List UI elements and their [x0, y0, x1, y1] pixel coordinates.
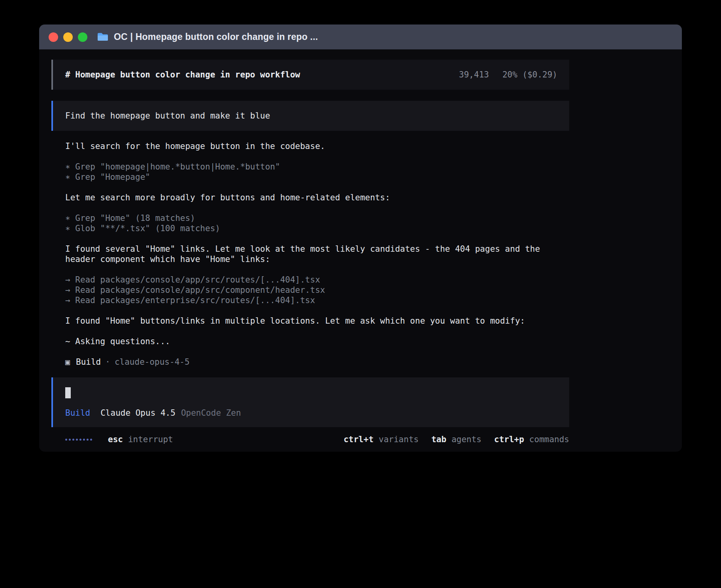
tool-call-glob: ∗ Glob "**/*.tsx" (100 matches) — [65, 223, 569, 234]
shortcut-label: variants — [379, 434, 419, 445]
shortcut-agents: tab agents — [431, 434, 481, 445]
prompt-input[interactable]: Build Claude Opus 4.5 OpenCode Zen — [51, 377, 569, 427]
session-title: # Homepage button color change in repo w… — [65, 70, 300, 80]
esc-key-label: interrupt — [128, 434, 173, 445]
close-button[interactable] — [49, 32, 58, 42]
shortcut-label: commands — [529, 434, 569, 445]
tool-call-read: → Read packages/console/app/src/componen… — [65, 285, 569, 295]
user-message: Find the homepage button and make it blu… — [51, 101, 569, 131]
shortcut-commands: ctrl+p commands — [494, 434, 569, 445]
tool-call-group: ∗ Grep "homepage|home.*button|Home.*butt… — [65, 162, 569, 182]
esc-key-hint: esc — [108, 434, 123, 445]
tool-call-read: → Read packages/console/app/src/routes/[… — [65, 275, 569, 285]
text-cursor — [65, 387, 71, 398]
assistant-text: I found several "Home" links. Let me loo… — [65, 244, 569, 264]
tool-call-group: → Read packages/console/app/src/routes/[… — [65, 275, 569, 305]
tool-call-read: → Read packages/enterprise/src/routes/[.… — [65, 295, 569, 305]
mode-indicator: Build — [65, 408, 90, 418]
zoom-button[interactable] — [78, 32, 87, 42]
folder-icon — [97, 32, 109, 42]
shortcut-key: tab — [431, 434, 446, 445]
input-footer: Build Claude Opus 4.5 OpenCode Zen — [65, 408, 557, 418]
agent-separator: · — [105, 357, 110, 367]
tool-call-group: ∗ Grep "Home" (18 matches) ∗ Glob "**/*.… — [65, 213, 569, 234]
status-bar-right: ctrl+t variants tab agents ctrl+p comman… — [344, 434, 569, 445]
spinner-dots-icon — [65, 439, 92, 441]
user-message-text: Find the homepage button and make it blu… — [65, 111, 270, 121]
tool-call-grep: ∗ Grep "homepage|home.*button|Home.*butt… — [65, 162, 569, 172]
agent-model-label: claude-opus-4-5 — [115, 357, 190, 367]
assistant-text: I found "Home" buttons/links in multiple… — [65, 316, 569, 326]
status-bar: esc interrupt ctrl+t variants tab agents… — [51, 434, 569, 445]
session-stats: 39,413 20% ($0.29) — [459, 70, 557, 80]
assistant-status-text: ~ Asking questions... — [65, 336, 569, 347]
agent-status-line: ▣ Build · claude-opus-4-5 — [65, 357, 569, 367]
terminal-content: # Homepage button color change in repo w… — [51, 49, 569, 445]
agent-mode-label: Build — [76, 357, 101, 367]
token-count: 39,413 — [459, 70, 489, 80]
minimize-button[interactable] — [63, 32, 73, 42]
model-indicator: Claude Opus 4.5 — [100, 408, 176, 418]
shortcut-variants: ctrl+t variants — [344, 434, 419, 445]
agent-mode-icon: ▣ — [65, 357, 70, 367]
tool-call-grep: ∗ Grep "Home" (18 matches) — [65, 213, 569, 223]
assistant-text: Let me search more broadly for buttons a… — [65, 192, 569, 203]
session-header: # Homepage button color change in repo w… — [51, 60, 569, 90]
shortcut-key: ctrl+p — [494, 434, 524, 445]
shortcut-label: agents — [451, 434, 481, 445]
tool-call-grep: ∗ Grep "Homepage" — [65, 172, 569, 182]
provider-indicator: OpenCode Zen — [181, 408, 241, 418]
window-title: OC | Homepage button color change in rep… — [114, 32, 318, 42]
terminal-window: OC | Homepage button color change in rep… — [39, 24, 682, 452]
shortcut-key: ctrl+t — [344, 434, 374, 445]
assistant-text: I'll search for the homepage button in t… — [65, 141, 569, 151]
titlebar[interactable]: OC | Homepage button color change in rep… — [39, 24, 682, 49]
status-bar-left: esc interrupt — [65, 434, 173, 445]
traffic-lights — [49, 32, 87, 42]
context-cost: 20% ($0.29) — [502, 70, 557, 80]
